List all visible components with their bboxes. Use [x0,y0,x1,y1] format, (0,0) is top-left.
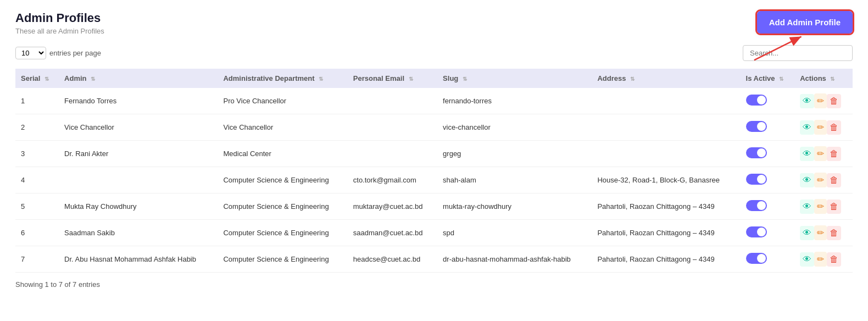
cell-serial: 6 [15,220,59,246]
edit-icon: ✏ [817,202,824,211]
delete-button[interactable]: 🗑 [827,120,841,135]
cell-dept: Computer Science & Engineering [218,193,347,220]
cell-address [592,114,740,141]
table-row: 2Vice ChancellorVice Chancellorvice-chan… [15,114,853,141]
add-admin-profile-button[interactable]: Add Admin Profile [757,11,853,34]
view-icon: 👁 [803,228,811,237]
cell-is-active [741,246,795,273]
edit-button[interactable]: ✏ [814,93,827,108]
sort-icon-address: ⇅ [630,76,635,82]
cell-actions: 👁✏🗑 [794,88,853,114]
delete-button[interactable]: 🗑 [827,252,841,267]
col-is-active: Is Active ⇅ [741,69,795,88]
cell-dept: Computer Science & Engineering [218,246,347,273]
page-subtitle: These all are Admin Profiles [15,27,104,35]
page-header: Admin Profiles These all are Admin Profi… [15,11,853,35]
edit-button[interactable]: ✏ [814,252,827,267]
sort-icon-actions: ⇅ [830,76,834,82]
view-icon: 👁 [803,123,811,132]
cell-is-active [741,88,795,114]
delete-button[interactable]: 🗑 [827,200,841,214]
is-active-toggle[interactable] [746,226,767,237]
col-email: Personal Email ⇅ [348,69,437,88]
cell-email [348,88,437,114]
cell-actions: 👁✏🗑 [794,167,853,193]
cell-serial: 2 [15,114,59,141]
edit-icon: ✏ [817,96,824,106]
delete-icon: 🗑 [830,228,838,237]
cell-actions: 👁✏🗑 [794,141,853,167]
table-row: 4Computer Science & Engineeringcto.tork@… [15,167,853,193]
sort-icon-slug: ⇅ [463,76,467,82]
delete-button[interactable]: 🗑 [827,226,841,240]
view-icon: 👁 [803,202,811,211]
admin-profiles-table: Serial ⇅ Admin ⇅ Administrative Departme… [15,69,853,273]
toggle-circle [757,148,766,157]
table-row: 7Dr. Abu Hasnat Mohammad Ashfak HabibCom… [15,246,853,273]
entries-label: entries per page [49,49,101,57]
cell-address: Pahartoli, Raozan Chittagong – 4349 [592,246,740,273]
sort-icon-dept: ⇅ [319,76,323,82]
toggle-circle [757,201,766,210]
table-row: 3Dr. Rani AkterMedical Centergrgeg👁✏🗑 [15,141,853,167]
table-row: 1Fernando TorresPro Vice Chancellorferna… [15,88,853,114]
edit-button[interactable]: ✏ [814,120,827,135]
view-icon: 👁 [803,149,811,158]
page-wrapper: Admin Profiles These all are Admin Profi… [0,0,868,321]
view-button[interactable]: 👁 [800,120,814,135]
is-active-toggle[interactable] [746,121,767,132]
is-active-toggle[interactable] [746,200,767,211]
cell-admin [59,167,218,193]
cell-actions: 👁✏🗑 [794,193,853,220]
delete-button[interactable]: 🗑 [827,173,841,187]
view-button[interactable]: 👁 [800,173,814,187]
cell-admin: Dr. Abu Hasnat Mohammad Ashfak Habib [59,246,218,273]
edit-button[interactable]: ✏ [814,199,827,214]
cell-admin: Vice Chancellor [59,114,218,141]
edit-button[interactable]: ✏ [814,173,827,187]
view-button[interactable]: 👁 [800,94,814,108]
view-icon: 👁 [803,96,811,106]
edit-button[interactable]: ✏ [814,225,827,240]
delete-icon: 🗑 [830,202,838,211]
is-active-toggle[interactable] [746,253,767,264]
col-actions: Actions ⇅ [794,69,853,88]
toggle-circle [757,175,766,184]
is-active-toggle[interactable] [746,174,767,185]
is-active-toggle[interactable] [746,95,767,106]
view-button[interactable]: 👁 [800,200,814,214]
sort-icon-email: ⇅ [409,76,413,82]
view-button[interactable]: 👁 [800,226,814,240]
cell-email: muktaray@cuet.ac.bd [348,193,437,220]
table-header-row: Serial ⇅ Admin ⇅ Administrative Departme… [15,69,853,88]
cell-serial: 7 [15,246,59,273]
view-button[interactable]: 👁 [800,252,814,267]
cell-address: Pahartoli, Raozan Chittagong – 4349 [592,220,740,246]
delete-button[interactable]: 🗑 [827,147,841,161]
cell-is-active [741,220,795,246]
view-icon: 👁 [803,175,811,185]
table-header: Serial ⇅ Admin ⇅ Administrative Departme… [15,69,853,88]
col-admin: Admin ⇅ [59,69,218,88]
cell-dept: Computer Science & Engineering [218,167,347,193]
cell-admin: Mukta Ray Chowdhury [59,193,218,220]
cell-email: saadman@cuet.ac.bd [348,220,437,246]
sort-icon-serial: ⇅ [44,76,49,82]
header-left: Admin Profiles These all are Admin Profi… [15,11,104,35]
toggle-circle [757,254,766,263]
delete-icon: 🗑 [830,175,838,185]
edit-icon: ✏ [817,123,824,132]
cell-slug: vice-chancellor [437,114,592,141]
entries-per-page-select[interactable]: 10 25 50 100 [15,47,46,59]
edit-button[interactable]: ✏ [814,146,827,161]
delete-icon: 🗑 [830,123,838,132]
entries-selector: 10 25 50 100 entries per page [15,47,101,59]
cell-slug: mukta-ray-chowdhury [437,193,592,220]
cell-actions: 👁✏🗑 [794,246,853,273]
is-active-toggle[interactable] [746,147,767,158]
search-input[interactable] [743,45,853,61]
view-button[interactable]: 👁 [800,147,814,161]
toggle-circle [757,228,766,236]
delete-button[interactable]: 🗑 [827,94,841,108]
cell-slug: grgeg [437,141,592,167]
